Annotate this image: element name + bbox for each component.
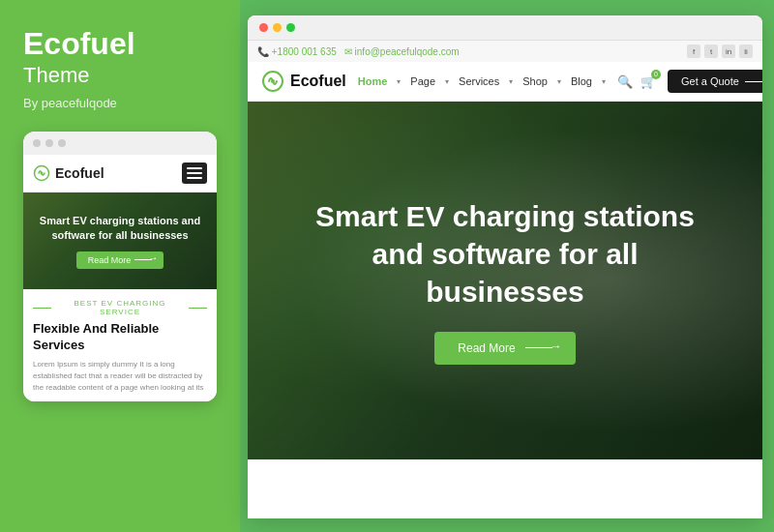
mobile-read-more-label: Read More [88, 255, 132, 265]
mobile-read-more-arrow [134, 259, 152, 260]
nav-services[interactable]: Services [459, 75, 499, 87]
dot-2 [45, 139, 53, 147]
nav-links: Home ▾ Page ▾ Services ▾ Shop ▾ Blog ▾ [358, 75, 606, 87]
hero-section: Smart EV charging stations and software … [248, 102, 762, 459]
dot-3 [58, 139, 66, 147]
hero-read-more-label: Read More [458, 341, 515, 355]
get-quote-button[interactable]: Get a Quote [668, 70, 762, 93]
nav-services-chevron: ▾ [509, 77, 513, 86]
url-email: ✉ info@peacefulqode.com [344, 46, 460, 57]
browser-mockup: 📞 +1800 001 635 ✉ info@peacefulqode.com … [248, 15, 762, 518]
get-quote-arrow [745, 81, 762, 82]
email-icon: ✉ [344, 46, 352, 57]
nav-page[interactable]: Page [410, 75, 435, 87]
mobile-service-title: Flexible And Reliable Services [33, 321, 207, 354]
mobile-service-section: BEST EV CHARGING SERVICE Flexible And Re… [23, 289, 217, 401]
dot-1 [33, 139, 41, 147]
mobile-hero-title: Smart EV charging stations and software … [33, 214, 207, 244]
search-icon[interactable]: 🔍 [617, 74, 633, 89]
cart-badge-count: 0 [651, 70, 661, 79]
hero-title: Smart EV charging stations and software … [306, 197, 704, 310]
browser-dot-close [259, 23, 268, 32]
theme-subtitle: Theme [23, 63, 217, 88]
nav-home-chevron: ▾ [397, 77, 401, 86]
hero-read-more-arrow [525, 347, 552, 348]
instagram-icon: in [722, 44, 735, 58]
get-quote-label: Get a Quote [681, 75, 739, 87]
browser-dot-minimize [273, 23, 282, 32]
theme-title: Ecofuel [23, 27, 217, 61]
mobile-read-more-button[interactable]: Read More [76, 251, 164, 269]
mobile-topbar [23, 132, 217, 155]
mobile-preview-card: Ecofuel Smart EV charging stations and s… [23, 132, 217, 401]
svg-point-3 [271, 79, 275, 83]
hamburger-line-2 [187, 172, 202, 174]
browser-logo-area: Ecofuel [261, 70, 346, 93]
browser-topbar [248, 15, 762, 40]
linkedin-icon: li [739, 44, 753, 58]
mobile-logo-icon [33, 164, 50, 182]
nav-home[interactable]: Home [358, 75, 388, 87]
mobile-nav: Ecofuel [23, 155, 217, 192]
nav-blog-chevron: ▾ [602, 77, 606, 86]
browser-logo-icon [261, 70, 284, 93]
mobile-hero: Smart EV charging stations and software … [23, 192, 217, 289]
mobile-service-text: Lorem Ipsum is simply dummy It is a long… [33, 359, 207, 394]
hamburger-line-1 [187, 167, 202, 169]
browser-urlbar: 📞 +1800 001 635 ✉ info@peacefulqode.com … [248, 40, 762, 62]
mobile-service-label: BEST EV CHARGING SERVICE [33, 299, 207, 316]
hero-read-more-button[interactable]: Read More [434, 332, 575, 365]
phone-icon: 📞 [257, 46, 269, 57]
browser-nav: Ecofuel Home ▾ Page ▾ Services ▾ Shop ▾ … [248, 62, 762, 102]
hamburger-button[interactable] [182, 163, 207, 184]
theme-author: By peacefulqode [23, 96, 217, 110]
nav-page-chevron: ▾ [445, 77, 449, 86]
browser-logo-text: Ecofuel [290, 73, 346, 90]
nav-shop[interactable]: Shop [522, 75, 548, 87]
mobile-logo-area: Ecofuel [33, 164, 104, 182]
email-address: info@peacefulqode.com [355, 46, 460, 57]
nav-icons: 🔍 🛒 0 [617, 74, 656, 89]
twitter-icon: t [704, 44, 718, 58]
svg-point-1 [41, 172, 44, 175]
nav-blog[interactable]: Blog [571, 75, 592, 87]
browser-dot-maximize [286, 23, 295, 32]
phone-number: +1800 001 635 [272, 46, 337, 57]
url-phone: 📞 +1800 001 635 [257, 46, 337, 57]
mobile-logo-text: Ecofuel [55, 165, 104, 181]
nav-shop-chevron: ▾ [557, 77, 561, 86]
hamburger-line-3 [187, 177, 202, 179]
facebook-icon: f [687, 44, 700, 58]
cart-icon[interactable]: 🛒 0 [640, 74, 656, 89]
social-icons: f t in li [687, 44, 753, 58]
left-panel: Ecofuel Theme By peacefulqode Ecofuel [0, 0, 240, 532]
